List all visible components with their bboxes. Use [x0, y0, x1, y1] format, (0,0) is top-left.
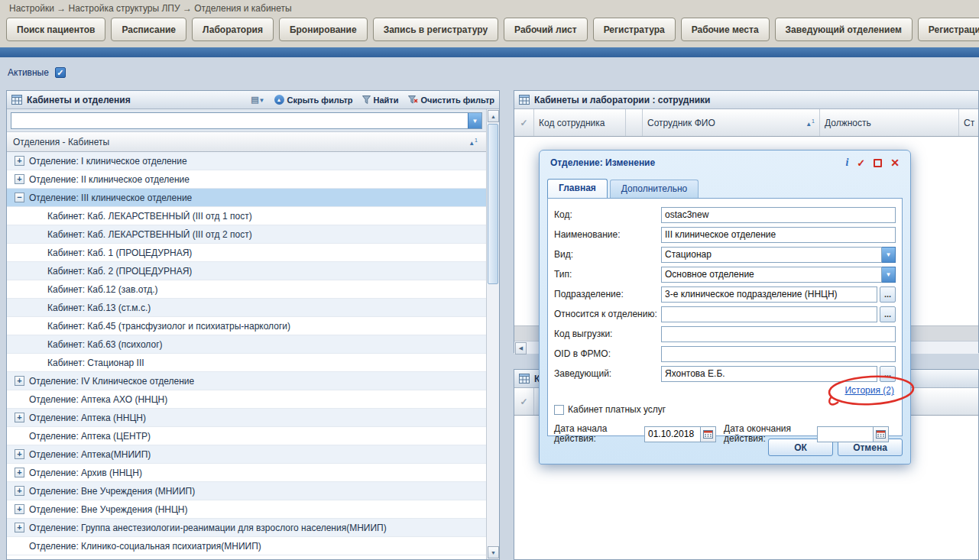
grid-menu-icon[interactable]: ▤▼: [251, 95, 264, 105]
parent-input[interactable]: [661, 306, 877, 322]
tree-row[interactable]: −Отделение: III клиническое отделение: [7, 189, 486, 207]
maximize-icon[interactable]: [874, 159, 882, 167]
select-all-column-header[interactable]: ✓: [514, 109, 534, 136]
tree-row[interactable]: +Отделение: Архив (ННЦН): [7, 464, 486, 482]
scroll-left-icon[interactable]: ◀: [515, 342, 527, 354]
sort-asc-icon: ▲1: [806, 118, 815, 128]
close-icon[interactable]: ✕: [890, 157, 900, 168]
scrollbar-thumb[interactable]: [488, 124, 498, 284]
clear-filter-button[interactable]: Очистить фильтр: [408, 95, 494, 105]
employees-panel-title: Кабинеты и лаборатории : сотрудники: [534, 95, 710, 105]
scroll-down-icon[interactable]: ▼: [488, 546, 499, 558]
dialog-tab[interactable]: Дополнительно: [610, 180, 699, 198]
tree-row[interactable]: +Отделение: IV Клиническое отделение: [7, 372, 486, 390]
expand-icon[interactable]: +: [15, 468, 24, 477]
tree-row[interactable]: Кабинет: Стационар III: [7, 354, 486, 372]
toolbar-button[interactable]: Лаборатория: [192, 18, 274, 41]
combo-dropdown-icon[interactable]: ▼: [882, 247, 896, 263]
toolbar-button[interactable]: Поиск пациентов: [6, 18, 105, 41]
toolbar-button[interactable]: Регистратура: [593, 18, 676, 41]
tree-row[interactable]: Кабинет: Каб.13 (ст.м.с.): [7, 299, 486, 317]
head-input[interactable]: [661, 366, 877, 382]
form-row-name: Наименование:: [554, 225, 896, 244]
subdivision-input[interactable]: [661, 286, 877, 303]
collapse-icon[interactable]: −: [15, 193, 24, 202]
column-header-label: Ст: [964, 118, 974, 128]
date-end-input[interactable]: [817, 426, 874, 442]
tree-row[interactable]: +Отделение: Аптека(МНИИП): [7, 445, 486, 464]
tree-row[interactable]: Кабинет: Каб.63 (психолог): [7, 335, 486, 354]
tree-row[interactable]: +Отделение: I клиническое отделение: [7, 152, 486, 170]
name-input[interactable]: [661, 227, 896, 243]
toolbar-button[interactable]: Рабочие места: [681, 18, 770, 41]
toolbar-button[interactable]: Запись в регистратуру: [373, 18, 498, 41]
parent-lookup-button[interactable]: ...: [880, 306, 896, 322]
scroll-up-icon[interactable]: ▲: [488, 110, 499, 122]
date-start-input[interactable]: [644, 426, 701, 442]
column-header[interactable]: Сотрудник ФИО▲1: [643, 109, 820, 136]
oid-input[interactable]: [661, 346, 896, 362]
subdivision-lookup-button[interactable]: ...: [880, 286, 896, 303]
tree-row[interactable]: Кабинет: Каб.45 (трансфузиолог и психиат…: [7, 317, 486, 335]
toolbar-button[interactable]: Бронирование: [279, 18, 368, 41]
tree-row[interactable]: +Отделение: Группа анестезиологии-реаним…: [7, 519, 486, 537]
employees-grid-header: ✓ Код сотрудникаСотрудник ФИО▲1Должность…: [514, 109, 978, 137]
tree-row[interactable]: Кабинет: Каб. 2 (ПРОЦЕДУРНАЯ): [7, 262, 486, 280]
tree-row[interactable]: Кабинет: Каб. ЛЕКАРСТВЕННЫЙ (III отд 2 п…: [7, 225, 486, 244]
expand-icon[interactable]: +: [15, 376, 24, 386]
expand-icon[interactable]: +: [15, 504, 24, 514]
active-checkbox[interactable]: ✓: [55, 67, 66, 78]
tree-row[interactable]: Отделение: Аптека (ЦЕНТР): [7, 427, 486, 445]
combo-dropdown-icon[interactable]: ▼: [882, 267, 896, 283]
dialog-tab[interactable]: Главная: [547, 179, 608, 198]
employees-panel-header: Кабинеты и лаборатории : сотрудники: [514, 91, 978, 109]
expand-icon[interactable]: +: [15, 413, 24, 422]
tree-row[interactable]: +Отделение: Вне Учреждения (ННЦН): [7, 500, 486, 519]
tree-row[interactable]: Отделение: Клинико-социальная психиатрия…: [7, 537, 486, 555]
select-all-column-header[interactable]: ✓: [514, 388, 534, 415]
expand-icon[interactable]: +: [15, 174, 24, 184]
toolbar-button[interactable]: Рабочий лист: [504, 18, 588, 41]
tree-row[interactable]: Отделение: Аптека АХО (ННЦН): [7, 390, 486, 409]
history-link[interactable]: История (2): [844, 385, 894, 396]
apply-icon[interactable]: ✓: [857, 158, 865, 168]
expand-icon[interactable]: +: [15, 156, 24, 166]
toolbar-button[interactable]: Расписание: [111, 18, 186, 41]
toolbar-button[interactable]: Регистрация материала: [918, 18, 979, 41]
tree-row[interactable]: +Отделение: II клиническое отделение: [7, 170, 486, 189]
tree-row[interactable]: +Отделение: Аптека (ННЦН): [7, 409, 486, 427]
export-code-input[interactable]: [661, 326, 896, 342]
expand-icon[interactable]: +: [15, 449, 24, 459]
tree-row[interactable]: +Отделение: Вне Учреждения (МНИИП): [7, 482, 486, 500]
expand-icon[interactable]: +: [15, 486, 24, 496]
tree-filter-input[interactable]: [11, 113, 468, 128]
toolbar-button[interactable]: Заведующий отделением: [775, 18, 913, 41]
tree-row[interactable]: Кабинет: Каб. ЛЕКАРСТВЕННЫЙ (III отд 1 п…: [7, 207, 486, 225]
column-header[interactable]: Код сотрудника: [534, 109, 626, 136]
column-header[interactable]: Ст: [959, 109, 978, 136]
funnel-clear-icon: [408, 95, 418, 104]
hide-filter-button[interactable]: ▲ Скрыть фильтр: [274, 95, 353, 105]
kind-select[interactable]: [661, 247, 882, 263]
expand-icon[interactable]: +: [15, 523, 24, 532]
type-select[interactable]: [661, 267, 882, 283]
info-icon[interactable]: i: [845, 157, 848, 168]
find-button[interactable]: Найти: [362, 95, 399, 105]
tree-row-label: Кабинет: Каб.13 (ст.м.с.): [47, 303, 151, 313]
top-bar: Настройки → Настройка структуры ЛПУ → От…: [0, 0, 979, 47]
tree-column-header[interactable]: Отделения - Кабинеты ▲1: [7, 132, 499, 152]
tree-row[interactable]: Кабинет: Каб. 1 (ПРОЦЕДУРНАЯ): [7, 244, 486, 262]
combo-dropdown-icon[interactable]: ▼: [468, 113, 481, 128]
tree-vertical-scrollbar[interactable]: ▲ ▼: [486, 109, 499, 559]
paid-room-checkbox[interactable]: [554, 405, 564, 415]
calendar-icon[interactable]: [874, 426, 889, 442]
tree-row[interactable]: Кабинет: Каб.12 (зав.отд.): [7, 280, 486, 299]
breadcrumb[interactable]: Настройки → Настройка структуры ЛПУ → От…: [0, 0, 979, 14]
active-filter-row: Активные ✓: [8, 67, 66, 78]
dialog-title-bar[interactable]: Отделение: Изменение i ✓ ✕: [540, 151, 910, 175]
code-input[interactable]: [661, 207, 896, 223]
arrow-up-icon: ▲: [274, 95, 284, 105]
calendar-icon[interactable]: [701, 426, 716, 442]
head-lookup-button[interactable]: ...: [880, 366, 896, 382]
column-header[interactable]: Должность: [820, 109, 959, 136]
